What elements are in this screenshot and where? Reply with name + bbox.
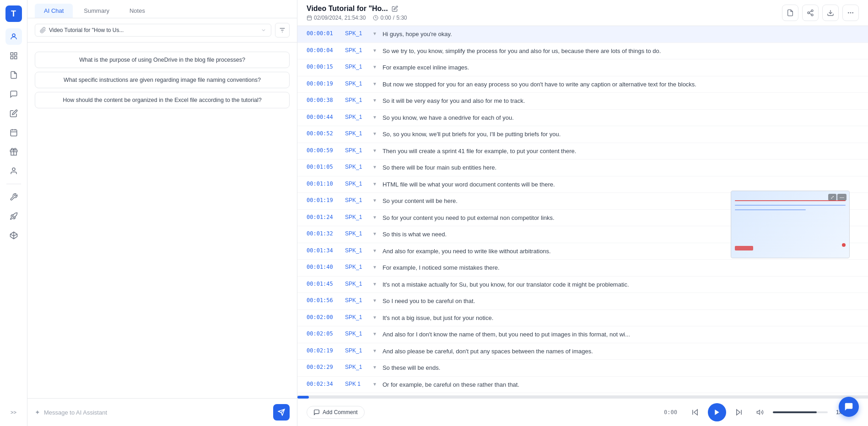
transcript-text: And also please be careful, don't put an… — [383, 347, 859, 356]
transcript-text: It's not a mistake actually for Su, but … — [383, 280, 859, 289]
transcript-row: 00:00:15 SPK_1 ▼ For example excel inlin… — [297, 59, 868, 76]
attachment-icon — [40, 27, 46, 33]
transcript-text: Then you will create a sprint 41 file fo… — [383, 147, 859, 156]
suggestion-item[interactable]: How should the content be organized in t… — [35, 92, 290, 108]
sidebar-icon-rocket[interactable] — [5, 208, 22, 224]
transcript-chevron[interactable]: ▼ — [372, 314, 377, 320]
transcript-chevron[interactable]: ▼ — [372, 147, 377, 153]
transcript-speaker: SPK_1 — [345, 113, 367, 120]
sidebar-icon-pencil[interactable] — [5, 105, 22, 122]
transcript-chevron[interactable]: ▼ — [372, 380, 377, 387]
send-button[interactable] — [273, 404, 290, 421]
transcript-chevron[interactable]: ▼ — [372, 363, 377, 370]
sidebar-icon-people[interactable] — [5, 28, 22, 45]
chat-bubble-icon — [844, 402, 854, 412]
download-action-btn[interactable] — [822, 5, 839, 21]
transcript-chevron[interactable]: ▼ — [372, 197, 377, 203]
transcript-speaker: SPK_1 — [345, 247, 367, 254]
suggestions-list: What is the purpose of using OneDrive in… — [27, 43, 297, 398]
sidebar-icon-tools[interactable] — [5, 189, 22, 205]
add-comment-button[interactable]: Add Comment — [307, 406, 365, 419]
transcript-chevron[interactable]: ▼ — [372, 347, 377, 353]
svg-point-30 — [848, 12, 849, 13]
transcript-time: 00:00:52 — [307, 130, 340, 137]
transcript-chevron[interactable]: ▼ — [372, 330, 377, 336]
volume-icon — [756, 409, 764, 416]
suggestion-item[interactable]: What specific instructions are given reg… — [35, 72, 290, 88]
chat-input[interactable] — [44, 409, 270, 416]
sidebar-icon-diamond[interactable] — [5, 227, 22, 244]
transcript-speaker: SPK_1 — [345, 213, 367, 220]
transcript-speaker: SPK_1 — [345, 363, 367, 370]
preview-close-btn[interactable]: — — [837, 194, 846, 201]
transcript-row: 00:02:29 SPK_1 ▼ So these will be ends. — [297, 360, 868, 377]
transcript-chevron[interactable]: ▼ — [372, 163, 377, 170]
preview-expand-btn[interactable]: ⤢ — [828, 194, 836, 201]
transcript-time: 00:00:44 — [307, 113, 340, 120]
svg-marker-36 — [737, 410, 740, 415]
edit-title-icon[interactable] — [392, 5, 398, 12]
sidebar-icon-document[interactable] — [5, 67, 22, 83]
transcript-chevron[interactable]: ▼ — [372, 280, 377, 287]
svg-point-32 — [852, 12, 853, 13]
left-panel: AI Chat Summary Notes Video Tutorial for… — [27, 0, 297, 426]
document-action-btn[interactable] — [782, 5, 798, 21]
transcript-row: 00:01:45 SPK_1 ▼ It's not a mistake actu… — [297, 277, 868, 293]
sidebar-icon-gift[interactable] — [5, 144, 22, 160]
transcript-time: 00:01:24 — [307, 213, 340, 220]
transcript-text: So these will be ends. — [383, 363, 859, 373]
transcript-speaker: SPK_1 — [345, 197, 367, 203]
transcript-chevron[interactable]: ▼ — [372, 47, 377, 53]
tab-ai-chat[interactable]: AI Chat — [35, 4, 73, 18]
transcript-time: 00:00:15 — [307, 63, 340, 70]
suggestion-item[interactable]: What is the purpose of using OneDrive in… — [35, 52, 290, 68]
transcript-chevron[interactable]: ▼ — [372, 230, 377, 236]
play-button[interactable] — [708, 403, 726, 421]
transcript-chevron[interactable]: ▼ — [372, 297, 377, 303]
chevron-down-icon — [261, 27, 266, 33]
transcript-chevron[interactable]: ▼ — [372, 180, 377, 186]
volume-slider[interactable] — [773, 411, 828, 413]
transcript-chevron[interactable]: ▼ — [372, 247, 377, 253]
transcript-text: HTML file will be what your word documen… — [383, 180, 859, 189]
transcript-chevron[interactable]: ▼ — [372, 113, 377, 120]
transcript-chevron[interactable]: ▼ — [372, 130, 377, 136]
svg-rect-2 — [14, 53, 16, 55]
doc-icon — [787, 9, 794, 16]
transcript-time: 00:02:05 — [307, 330, 340, 337]
share-action-btn[interactable] — [802, 5, 819, 21]
skip-forward-button[interactable] — [731, 404, 747, 421]
tab-bar: AI Chat Summary Notes — [27, 0, 297, 18]
live-chat-bubble[interactable] — [839, 397, 859, 417]
sidebar-icon-grid[interactable] — [5, 48, 22, 64]
transcript-time: 00:02:29 — [307, 363, 340, 370]
transcript-time: 00:00:19 — [307, 80, 340, 87]
sidebar-icon-chat[interactable] — [5, 86, 22, 102]
transcript-area: ⤢ — 00:00:01 SPK_1 ▼ Hi guys, hope you'r… — [297, 26, 868, 395]
transcript-chevron[interactable]: ▼ — [372, 263, 377, 270]
filter-button[interactable] — [275, 23, 290, 37]
transcript-speaker: SPK_1 — [345, 314, 367, 320]
transcript-chevron[interactable]: ▼ — [372, 96, 377, 103]
volume-button[interactable] — [752, 404, 768, 421]
sidebar-expand-btn[interactable]: >> — [5, 404, 22, 421]
sidebar-icon-user[interactable] — [5, 163, 22, 179]
transcript-row: 00:00:04 SPK_1 ▼ So we try to, you know,… — [297, 43, 868, 60]
transcript-speaker: SPK_1 — [345, 180, 367, 187]
transcript-text: So there will be four main sub entities … — [383, 163, 859, 172]
skip-back-button[interactable] — [687, 404, 703, 421]
transcript-time: 00:02:00 — [307, 314, 340, 320]
transcript-row: 00:01:56 SPK_1 ▼ So I need you to be car… — [297, 293, 868, 310]
more-action-btn[interactable] — [842, 5, 859, 21]
transcript-speaker: SPK_1 — [345, 230, 367, 237]
tab-summary[interactable]: Summary — [75, 4, 119, 18]
transcript-row: 00:00:52 SPK_1 ▼ So, so you know, we'll … — [297, 126, 868, 143]
transcript-chevron[interactable]: ▼ — [372, 30, 377, 36]
doc-select-button[interactable]: Video Tutorial for "How to Us... — [35, 24, 271, 37]
transcript-speaker: SPK_1 — [345, 63, 367, 70]
sidebar-icon-calendar[interactable] — [5, 124, 22, 141]
transcript-chevron[interactable]: ▼ — [372, 213, 377, 220]
transcript-chevron[interactable]: ▼ — [372, 63, 377, 69]
transcript-chevron[interactable]: ▼ — [372, 80, 377, 86]
tab-notes[interactable]: Notes — [120, 4, 154, 18]
